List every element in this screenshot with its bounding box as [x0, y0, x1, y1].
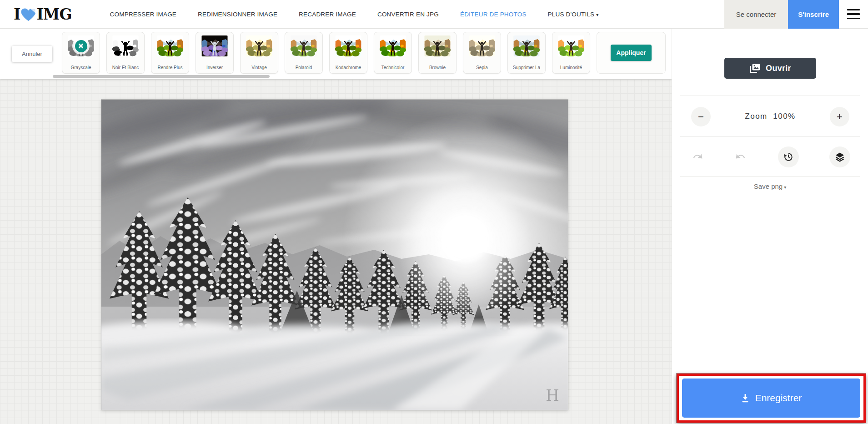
- save-format-label: Save png: [754, 182, 783, 190]
- apply-button[interactable]: Appliquer: [611, 45, 652, 61]
- filter-thumbnail: [423, 35, 452, 56]
- open-button[interactable]: Ouvrir: [724, 58, 816, 79]
- login-button[interactable]: Se connecter: [724, 0, 788, 29]
- image-icon: [749, 63, 761, 74]
- redo-icon[interactable]: [734, 151, 748, 162]
- filter-label: Sepia: [463, 65, 501, 70]
- divider: [680, 96, 860, 96]
- save-button-label: Enregistrer: [755, 393, 802, 404]
- filter-thumbnail: [200, 35, 229, 56]
- filter-label: Technicolor: [374, 65, 411, 70]
- top-navbar: I IMG COMPRESSER IMAGE REDIMENSIONNER IM…: [0, 0, 868, 29]
- hamburger-menu-icon[interactable]: [839, 0, 868, 29]
- edited-photo[interactable]: H: [101, 100, 568, 410]
- filter-thumbnail: [467, 35, 497, 56]
- filter-thumbnail: [245, 35, 274, 56]
- filter-label: Polaroid: [285, 65, 322, 70]
- zoom-label: Zoom: [745, 112, 767, 121]
- main-nav: COMPRESSER IMAGE REDIMENSIONNER IMAGE RE…: [110, 11, 599, 18]
- filter-thumbnail: [512, 35, 541, 56]
- nav-more-tools-label: PLUS D'OUTILS: [548, 11, 595, 18]
- divider: [680, 136, 860, 137]
- filter-toolbar: Annuler Grayscale Noir Et Blanc Rendre P…: [0, 29, 672, 79]
- filter-label: Grayscale: [62, 65, 100, 70]
- filter-supprimer-la[interactable]: Supprimer La: [507, 32, 546, 74]
- filter-rendre-plus[interactable]: Rendre Plus: [151, 32, 189, 74]
- filter-label: Kodachrome: [330, 65, 367, 70]
- filter-strip: Grayscale Noir Et Blanc Rendre Plus Inve…: [62, 32, 590, 74]
- filter-sepia[interactable]: Sepia: [463, 32, 501, 74]
- layers-icon: [834, 151, 845, 162]
- nav-compress-image[interactable]: COMPRESSER IMAGE: [110, 11, 176, 18]
- filter-label: Supprimer La: [508, 65, 545, 70]
- filter-thumbnail: [378, 35, 407, 56]
- nav-photo-editor[interactable]: ÉDITEUR DE PHOTOS: [460, 11, 527, 18]
- filter-label: Rendre Plus: [151, 65, 189, 70]
- nav-resize-image[interactable]: REDIMENSIONNER IMAGE: [198, 11, 277, 18]
- logo-text-i: I: [14, 5, 20, 23]
- red-highlight-annotation: Enregistrer: [677, 374, 866, 423]
- cancel-button[interactable]: Annuler: [12, 46, 52, 62]
- filter-label: Vintage: [241, 65, 278, 70]
- filter-thumbnail: [557, 35, 586, 56]
- right-sidebar: Ouvrir − Zoom 100% +: [672, 29, 868, 424]
- filter-polaroid[interactable]: Polaroid: [285, 32, 323, 74]
- zoom-controls: − Zoom 100% +: [672, 107, 868, 127]
- filter-luminosite[interactable]: Luminosité: [552, 32, 590, 74]
- filter-thumbnail: [111, 35, 140, 56]
- signup-button[interactable]: S'inscrire: [788, 0, 839, 29]
- download-icon: [741, 393, 750, 403]
- undo-icon[interactable]: [690, 151, 704, 162]
- divider: [680, 176, 860, 177]
- remove-filter-icon[interactable]: [75, 40, 87, 52]
- filter-thumbnail: [66, 35, 95, 56]
- filter-label: Noir Et Blanc: [107, 65, 144, 70]
- nav-convert-jpg[interactable]: CONVERTIR EN JPG: [377, 11, 439, 18]
- zoom-in-button[interactable]: +: [830, 107, 849, 126]
- filter-thumbnail: [156, 35, 185, 56]
- filter-noir-et-blanc[interactable]: Noir Et Blanc: [106, 32, 145, 74]
- filter-label: Luminosité: [552, 65, 590, 70]
- filter-label: Brownie: [419, 65, 456, 70]
- chevron-down-icon: ▾: [596, 12, 598, 17]
- zoom-value: 100%: [773, 112, 795, 121]
- chevron-down-icon: ▾: [784, 185, 786, 190]
- editor-canvas: H: [0, 79, 672, 424]
- nav-more-tools[interactable]: PLUS D'OUTILS▾: [548, 11, 599, 18]
- save-button[interactable]: Enregistrer: [682, 379, 860, 418]
- filter-technicolor[interactable]: Technicolor: [374, 32, 412, 74]
- layers-button[interactable]: [829, 146, 850, 167]
- filter-thumbnail: [289, 35, 318, 56]
- open-button-label: Ouvrir: [766, 64, 791, 73]
- nav-crop-image[interactable]: RECADRER IMAGE: [299, 11, 356, 18]
- history-tools-row: [672, 144, 868, 170]
- filter-scrollbar[interactable]: [53, 75, 270, 78]
- history-button[interactable]: [778, 146, 799, 167]
- save-format-dropdown[interactable]: Save png▾: [672, 182, 868, 190]
- filter-vintage[interactable]: Vintage: [240, 32, 278, 74]
- filter-brownie[interactable]: Brownie: [418, 32, 457, 74]
- apply-card: Appliquer: [597, 32, 666, 74]
- iloveimg-logo[interactable]: I IMG: [14, 5, 72, 23]
- filter-thumbnail: [334, 35, 363, 56]
- filter-inverser[interactable]: Inverser: [196, 32, 234, 74]
- filter-kodachrome[interactable]: Kodachrome: [329, 32, 367, 74]
- filter-label: Inverser: [196, 65, 233, 70]
- photo-watermark: H: [546, 386, 559, 404]
- filter-grayscale[interactable]: Grayscale: [62, 32, 100, 74]
- history-icon: [783, 151, 794, 162]
- logo-text-img: IMG: [36, 5, 71, 23]
- heart-icon: [21, 8, 36, 21]
